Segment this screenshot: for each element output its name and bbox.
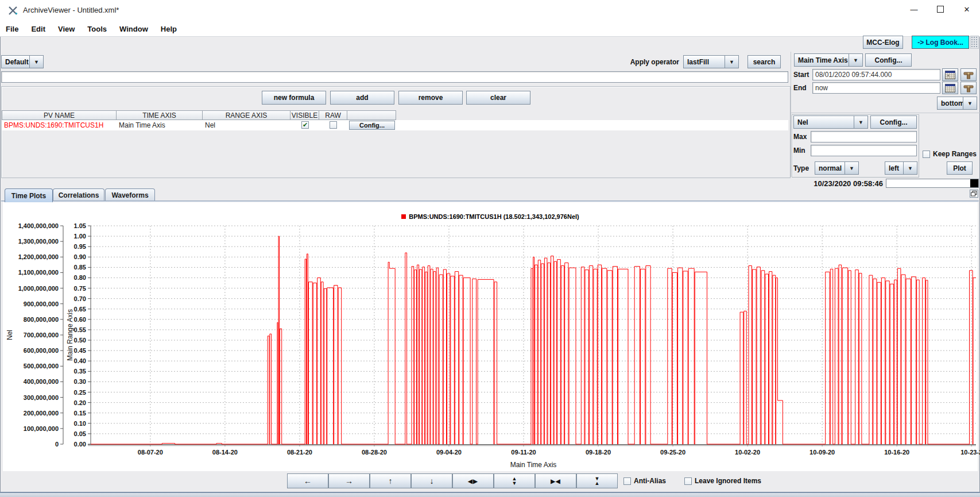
shrink-y-button[interactable]: ▼▲ — [576, 473, 618, 488]
end-label: End — [793, 82, 807, 94]
menu-help[interactable]: Help — [161, 25, 177, 33]
keep-ranges-checkbox[interactable] — [923, 151, 930, 158]
col-header-visible[interactable]: VISIBLE — [290, 110, 319, 120]
svg-text:0.80: 0.80 — [74, 274, 86, 281]
clear-button[interactable]: clear — [466, 91, 530, 105]
formula-input[interactable] — [1, 71, 788, 83]
axis-position-combobox[interactable]: bottom ▼ — [937, 97, 977, 110]
menu-tools[interactable]: Tools — [87, 25, 107, 33]
search-button[interactable]: search — [747, 55, 781, 68]
range-axis-config-button[interactable]: Config... — [870, 115, 917, 129]
type-combobox[interactable]: normal ▼ — [815, 161, 859, 175]
chevron-down-icon[interactable]: ▼ — [29, 55, 44, 68]
calendar-icon — [945, 71, 955, 79]
expand-vertical-icon: ▲▼ — [512, 476, 517, 486]
remove-button[interactable]: remove — [398, 91, 463, 105]
status-timestamp: 10/23/2020 09:58:46 — [792, 179, 883, 188]
svg-text:0.15: 0.15 — [74, 410, 86, 417]
tab-waveforms[interactable]: Waveforms — [105, 188, 155, 201]
menu-file[interactable]: File — [6, 25, 18, 33]
pan-left-button[interactable]: ← — [287, 473, 328, 488]
log-book-button[interactable]: -> Log Book... — [912, 36, 969, 49]
menu-view[interactable]: View — [58, 25, 75, 33]
svg-text:10-23-2: 10-23-2 — [960, 449, 980, 456]
end-calendar-button[interactable] — [942, 82, 958, 94]
shrink-vertical-icon: ▼▲ — [595, 476, 600, 486]
time-plot-canvas[interactable]: 0.000.050.100.150.200.250.300.350.400.45… — [3, 202, 978, 471]
chevron-down-icon[interactable]: ▼ — [963, 97, 977, 110]
svg-text:1,000,000,000: 1,000,000,000 — [18, 285, 59, 292]
pan-right-button[interactable]: → — [328, 473, 370, 488]
min-label: Min — [793, 145, 805, 156]
menu-window[interactable]: Window — [119, 25, 148, 33]
svg-text:09-25-20: 09-25-20 — [660, 449, 685, 456]
panel-divider — [791, 52, 791, 177]
end-input[interactable]: now — [812, 82, 940, 94]
shrink-x-button[interactable]: ▶◀ — [535, 473, 576, 488]
svg-text:1,100,000,000: 1,100,000,000 — [18, 269, 59, 276]
col-header-time-axis[interactable]: TIME AXIS — [117, 110, 203, 120]
close-button[interactable]: ✕ — [954, 0, 980, 18]
operator-combobox[interactable]: lastFill ▼ — [683, 55, 739, 68]
tab-time-plots[interactable]: Time Plots — [5, 188, 53, 202]
svg-text:09-04-20: 09-04-20 — [436, 449, 462, 456]
time-axis-config-button[interactable]: Config... — [865, 53, 912, 67]
window-title: ArchiveViewer - Untitled.xml* — [23, 6, 119, 14]
menu-edit[interactable]: Edit — [31, 25, 45, 33]
time-axis-combobox[interactable]: Main Time Axis ▼ — [794, 53, 863, 67]
new-formula-button[interactable]: new formula — [262, 91, 326, 105]
operator-value: lastFill — [683, 55, 725, 68]
detach-plot-button[interactable] — [970, 190, 978, 198]
arrow-up-icon: ↑ — [389, 476, 393, 486]
col-header-raw[interactable]: RAW — [319, 110, 347, 120]
tab-correlations[interactable]: Correlations — [53, 188, 104, 201]
start-calendar-button[interactable] — [942, 68, 958, 81]
minimize-button[interactable]: — — [901, 0, 927, 18]
pan-down-button[interactable]: ↓ — [411, 473, 452, 488]
min-input[interactable] — [811, 145, 917, 156]
svg-text:0.35: 0.35 — [74, 368, 86, 375]
expand-x-button[interactable]: ◀▶ — [452, 473, 494, 488]
chevron-down-icon[interactable]: ▼ — [845, 161, 859, 175]
time-pick-icon — [963, 84, 974, 93]
start-time-pick-button[interactable] — [960, 68, 977, 81]
range-axis-combobox[interactable]: Nel ▼ — [793, 115, 868, 129]
svg-text:0.45: 0.45 — [74, 347, 86, 354]
plot-button[interactable]: Plot — [947, 161, 973, 175]
mcc-elog-button[interactable]: MCC-Elog — [863, 36, 903, 49]
maximize-icon — [937, 6, 944, 13]
title-bar[interactable]: ArchiveViewer - Untitled.xml* — ✕ — [0, 0, 980, 22]
raw-checkbox[interactable] — [330, 121, 337, 129]
pan-up-button[interactable]: ↑ — [370, 473, 411, 488]
minimize-icon: — — [911, 5, 918, 14]
chevron-down-icon[interactable]: ▼ — [854, 115, 868, 129]
arrow-down-icon: ↓ — [430, 476, 434, 486]
col-header-range-axis[interactable]: RANGE AXIS — [203, 110, 290, 120]
pv-name-cell[interactable]: BPMS:UNDS:1690:TMITCUS1H — [2, 120, 117, 130]
chevron-down-icon[interactable]: ▼ — [903, 161, 917, 175]
maximize-button[interactable] — [927, 0, 954, 18]
range-axis-cell[interactable]: Nel — [203, 120, 290, 130]
anti-alias-checkbox[interactable] — [623, 477, 631, 485]
row-config-button[interactable]: Config... — [349, 121, 395, 130]
legend-label: BPMS:UNDS:1690:TMITCUS1H (18.502:1,343,1… — [409, 213, 579, 220]
leave-ignored-checkbox[interactable] — [684, 477, 692, 485]
side-combobox[interactable]: left ▼ — [885, 161, 917, 175]
chevron-down-icon[interactable]: ▼ — [849, 53, 863, 67]
profile-value: Default — [1, 55, 29, 68]
time-axis-cell[interactable]: Main Time Axis — [117, 120, 203, 130]
start-input[interactable]: 08/01/2020 09:57:44.000 — [812, 69, 940, 80]
expand-y-button[interactable]: ▲▼ — [494, 473, 535, 488]
profile-combobox[interactable]: Default ▼ — [1, 55, 44, 68]
svg-text:0.70: 0.70 — [74, 295, 86, 302]
svg-text:0.10: 0.10 — [74, 420, 86, 427]
col-header-pv-name[interactable]: PV NAME — [2, 110, 117, 120]
end-time-pick-button[interactable] — [960, 82, 977, 94]
svg-text:0.40: 0.40 — [74, 357, 86, 364]
visible-checkbox[interactable]: ✔ — [301, 121, 309, 129]
add-button[interactable]: add — [330, 91, 394, 105]
svg-text:08-28-20: 08-28-20 — [362, 449, 387, 456]
leave-ignored-label: Leave Ignored Items — [695, 476, 761, 486]
chevron-down-icon[interactable]: ▼ — [725, 55, 739, 68]
max-input[interactable] — [811, 131, 917, 142]
